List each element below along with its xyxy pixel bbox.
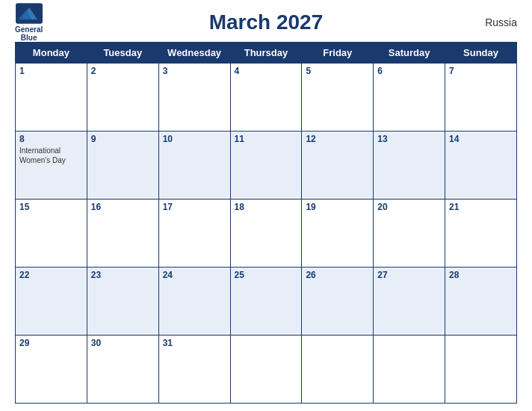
day-number: 23 xyxy=(91,270,155,280)
day-header-thursday: Thursday xyxy=(230,43,302,64)
calendar-cell-21: 21 xyxy=(445,200,517,268)
week-row-3: 15161718192021 xyxy=(16,200,517,268)
day-number: 1 xyxy=(19,66,83,76)
day-number: 8 xyxy=(19,134,83,144)
week-row-1: 1234567 xyxy=(16,64,517,132)
calendar-cell-6: 6 xyxy=(374,64,445,132)
calendar-header: General Blue March 2027 Russia xyxy=(15,7,517,37)
day-number: 19 xyxy=(306,202,369,212)
day-header-friday: Friday xyxy=(302,43,374,64)
calendar-cell-7: 7 xyxy=(445,64,517,132)
day-number: 22 xyxy=(19,270,83,280)
calendar-cell-5: 5 xyxy=(302,64,374,132)
calendar-cell-29: 29 xyxy=(16,336,87,404)
day-header-wednesday: Wednesday xyxy=(158,43,230,64)
calendar-table: MondayTuesdayWednesdayThursdayFridaySatu… xyxy=(15,42,517,404)
day-header-saturday: Saturday xyxy=(374,43,445,64)
day-number: 10 xyxy=(163,134,226,144)
calendar-cell-17: 17 xyxy=(158,200,230,268)
calendar-cell-20: 20 xyxy=(374,200,445,268)
calendar-cell-31: 31 xyxy=(158,336,230,404)
day-number: 16 xyxy=(91,202,155,212)
day-number: 2 xyxy=(91,66,155,76)
calendar-cell-11: 11 xyxy=(230,132,302,200)
calendar-cell-16: 16 xyxy=(87,200,158,268)
calendar-cell-24: 24 xyxy=(158,268,230,336)
calendar-cell-25: 25 xyxy=(230,268,302,336)
country-label: Russia xyxy=(485,16,517,28)
event-label: International Women's Day xyxy=(19,146,83,165)
day-number: 3 xyxy=(163,66,226,76)
day-number: 11 xyxy=(235,134,298,144)
day-number: 9 xyxy=(91,134,155,144)
day-number: 17 xyxy=(163,202,226,212)
calendar-cell-12: 12 xyxy=(302,132,374,200)
day-header-sunday: Sunday xyxy=(445,43,517,64)
calendar-cell-30: 30 xyxy=(87,336,158,404)
calendar-cell-27: 27 xyxy=(374,268,445,336)
calendar-cell-9: 9 xyxy=(87,132,158,200)
calendar-cell-28: 28 xyxy=(445,268,517,336)
day-number: 13 xyxy=(377,134,441,144)
week-row-5: 293031 xyxy=(16,336,517,404)
calendar-cell-4: 4 xyxy=(230,64,302,132)
calendar-title: March 2027 xyxy=(209,10,324,34)
days-header-row: MondayTuesdayWednesdayThursdayFridaySatu… xyxy=(16,43,517,64)
week-row-2: 8International Women's Day91011121314 xyxy=(16,132,517,200)
calendar-cell-empty xyxy=(230,336,302,404)
calendar-cell-8: 8International Women's Day xyxy=(16,132,87,200)
day-number: 14 xyxy=(449,134,513,144)
calendar-cell-26: 26 xyxy=(302,268,374,336)
day-number: 7 xyxy=(449,66,513,76)
day-number: 18 xyxy=(235,202,298,212)
calendar-cell-18: 18 xyxy=(230,200,302,268)
day-number: 4 xyxy=(235,66,298,76)
logo: General Blue xyxy=(15,3,43,42)
calendar-cell-14: 14 xyxy=(445,132,517,200)
day-number: 24 xyxy=(163,270,226,280)
day-number: 21 xyxy=(449,202,513,212)
day-number: 30 xyxy=(91,338,155,348)
day-number: 20 xyxy=(377,202,441,212)
day-number: 28 xyxy=(449,270,513,280)
calendar-cell-empty xyxy=(302,336,374,404)
calendar-cell-10: 10 xyxy=(158,132,230,200)
day-number: 5 xyxy=(306,66,369,76)
calendar-cell-23: 23 xyxy=(87,268,158,336)
day-number: 26 xyxy=(306,270,369,280)
calendar-cell-22: 22 xyxy=(16,268,87,336)
calendar-cell-empty xyxy=(374,336,445,404)
day-number: 25 xyxy=(235,270,298,280)
calendar-cell-15: 15 xyxy=(16,200,87,268)
day-number: 15 xyxy=(19,202,83,212)
calendar-cell-2: 2 xyxy=(87,64,158,132)
day-number: 27 xyxy=(377,270,441,280)
day-number: 31 xyxy=(163,338,226,348)
calendar-cell-3: 3 xyxy=(158,64,230,132)
day-header-monday: Monday xyxy=(16,43,87,64)
week-row-4: 22232425262728 xyxy=(16,268,517,336)
calendar-cell-13: 13 xyxy=(374,132,445,200)
logo-line1: General xyxy=(15,25,43,34)
calendar-cell-1: 1 xyxy=(16,64,87,132)
calendar-cell-19: 19 xyxy=(302,200,374,268)
day-number: 6 xyxy=(377,66,441,76)
day-number: 12 xyxy=(306,134,369,144)
calendar-cell-empty xyxy=(445,336,517,404)
day-header-tuesday: Tuesday xyxy=(87,43,158,64)
logo-line2: Blue xyxy=(21,34,37,42)
day-number: 29 xyxy=(19,338,83,348)
